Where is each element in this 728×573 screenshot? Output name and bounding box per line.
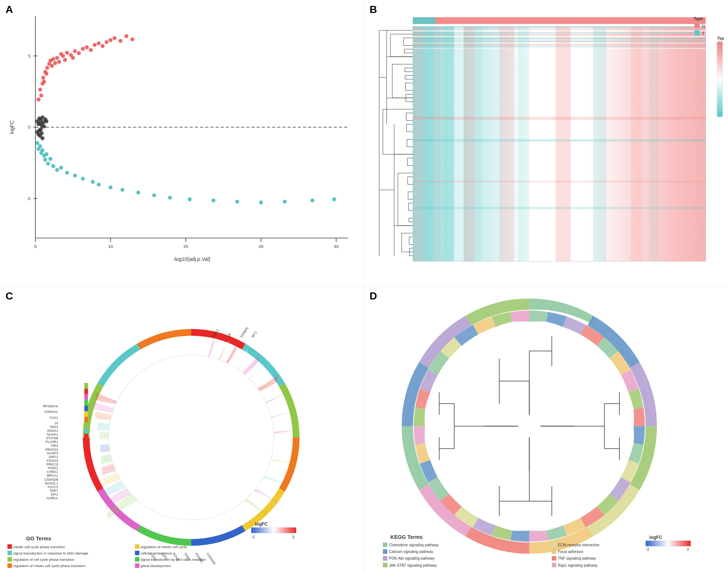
go-legend-item: regulation of mitotic cell cycle phase t… [13, 564, 86, 568]
svg-rect-204 [555, 27, 571, 261]
panel-a-label: A [6, 4, 13, 16]
gene-label: CDKN2B [44, 477, 58, 481]
svg-rect-197 [433, 27, 441, 261]
svg-point-43 [73, 49, 77, 53]
gene-label: ABI3 [51, 444, 58, 447]
svg-point-89 [73, 173, 77, 178]
svg-point-95 [136, 191, 140, 195]
svg-point-97 [168, 196, 172, 200]
svg-point-22 [38, 87, 42, 92]
svg-rect-276 [383, 556, 387, 560]
svg-point-225 [109, 355, 273, 520]
go-legend-item: regulation of mitotic cell cycle [140, 545, 187, 549]
svg-text:logFC: logFC [9, 120, 15, 134]
gene-label: SNAK1 [47, 429, 58, 433]
gene-label: PLA2R1 [46, 440, 58, 444]
svg-text:T: T [702, 31, 704, 36]
svg-point-91 [91, 180, 95, 184]
svg-text:0: 0 [28, 125, 31, 129]
svg-text:Type: Type [694, 16, 703, 21]
go-legend-item: mitotic cell cycle phase transition [13, 545, 65, 549]
svg-point-28 [44, 72, 49, 76]
kegg-legend-item: Rap1 signaling pathway [558, 563, 598, 567]
gene-label-top: IGFBP5 [239, 327, 249, 338]
svg-point-47 [89, 48, 93, 52]
gene-label: RPS6KA6 [43, 404, 58, 408]
svg-rect-211 [413, 207, 705, 209]
panel-b-label: B [370, 4, 377, 16]
gene-label: SIRT1 [49, 455, 58, 459]
svg-rect-282 [645, 541, 691, 546]
svg-rect-218 [717, 42, 722, 117]
svg-point-51 [104, 40, 109, 44]
svg-point-50 [101, 44, 105, 48]
gene-label: AURKA [46, 496, 58, 500]
gene-label: TACC3 [47, 485, 58, 489]
svg-rect-215 [694, 30, 699, 36]
gene-label: DUSP3 [47, 451, 58, 455]
go-legend-item: gland development [140, 564, 171, 568]
svg-point-99 [212, 198, 216, 202]
kegg-legend-item: PI3K-Akt signaling pathway [389, 556, 435, 560]
svg-point-75 [35, 141, 39, 145]
svg-point-39 [63, 58, 67, 62]
svg-point-77 [38, 144, 42, 148]
svg-point-73 [40, 131, 44, 135]
svg-point-36 [57, 60, 61, 64]
chord-diagram: RPS6KA6 CDKN1C CAV1 DI TBX2 SNAK1 NUAK1 … [4, 290, 360, 573]
heatmap-body [413, 27, 705, 261]
svg-text:Type: Type [717, 36, 724, 40]
svg-rect-198 [443, 27, 454, 261]
go-terms-title: GO Terms [26, 536, 51, 541]
svg-point-104 [332, 197, 336, 201]
kegg-logfc-min: -3 [645, 547, 649, 552]
svg-text:40: 40 [334, 244, 339, 249]
svg-point-44 [77, 51, 81, 55]
gene-label: CHEK1 [47, 470, 58, 474]
kegg-logfc-max: 3 [687, 547, 689, 552]
gene-label: TERT [49, 489, 58, 493]
svg-rect-106 [413, 17, 435, 24]
gene-label: EIF1 [51, 493, 58, 496]
svg-rect-196 [424, 27, 433, 261]
svg-point-32 [50, 64, 54, 68]
svg-rect-207 [649, 27, 658, 261]
svg-point-56 [130, 37, 134, 42]
svg-point-103 [310, 198, 315, 202]
gene-label: STAT5B [46, 436, 58, 440]
svg-text:0: 0 [34, 244, 37, 249]
svg-point-98 [188, 197, 192, 201]
svg-point-52 [109, 38, 113, 42]
svg-point-87 [59, 166, 63, 170]
svg-text:30: 30 [259, 244, 264, 249]
svg-point-88 [65, 171, 69, 175]
svg-point-25 [41, 76, 45, 80]
svg-point-54 [119, 39, 123, 43]
panel-c: C [0, 286, 364, 573]
svg-rect-208 [413, 117, 705, 120]
svg-point-83 [46, 162, 50, 166]
svg-point-67 [44, 119, 49, 123]
gene-label: TBX2 [50, 425, 58, 429]
panel-d: D [364, 286, 728, 573]
svg-point-101 [259, 201, 263, 205]
panel-b: B [364, 0, 728, 286]
kegg-legend-item: Calcium signaling pathway [389, 550, 433, 554]
svg-point-49 [97, 41, 101, 45]
gene-label: TFDP1 [47, 466, 58, 470]
svg-text:5: 5 [28, 53, 31, 58]
kegg-terms-title: KEGG Terms [390, 534, 422, 540]
svg-point-81 [43, 158, 47, 162]
svg-rect-105 [413, 17, 705, 24]
svg-point-29 [45, 66, 49, 70]
svg-point-42 [71, 56, 75, 60]
svg-rect-230 [7, 557, 12, 562]
svg-point-92 [97, 183, 101, 187]
svg-point-84 [49, 157, 53, 161]
svg-point-74 [40, 136, 44, 140]
svg-text:10: 10 [108, 244, 113, 249]
svg-rect-199 [454, 27, 463, 261]
gene-label: DI [55, 421, 58, 425]
svg-rect-213 [694, 23, 699, 28]
svg-rect-233 [135, 551, 139, 555]
